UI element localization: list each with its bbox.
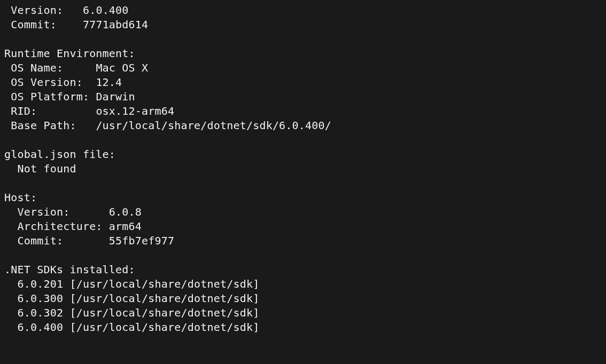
terminal-output: Version: 6.0.400 Commit: 7771abd614 Runt… <box>0 0 606 364</box>
global-json-status: Not found <box>4 162 76 175</box>
host-commit-label: Commit: <box>4 234 109 247</box>
os-name-line: OS Name: Mac OS X <box>4 61 148 74</box>
sdk-version-label: Version: <box>4 4 83 17</box>
runtime-env-header: Runtime Environment: <box>4 47 135 60</box>
os-version-label: OS Version: <box>4 76 96 89</box>
sdk-item: 6.0.302 [/usr/local/share/dotnet/sdk] <box>4 306 259 319</box>
host-header: Host: <box>4 191 37 204</box>
sdk-item: 6.0.400 [/usr/local/share/dotnet/sdk] <box>4 321 259 334</box>
base-path-line: Base Path: /usr/local/share/dotnet/sdk/6… <box>4 119 331 132</box>
os-name-label: OS Name: <box>4 61 96 74</box>
rid-line: RID: osx.12-arm64 <box>4 105 174 117</box>
sdk-version-value: 6.0.400 <box>83 4 129 17</box>
base-path-value: /usr/local/share/dotnet/sdk/6.0.400/ <box>96 119 331 132</box>
host-arch-label: Architecture: <box>4 220 109 233</box>
base-path-label: Base Path: <box>4 119 96 132</box>
host-commit-line: Commit: 55fb7ef977 <box>4 234 174 247</box>
sdks-header: .NET SDKs installed: <box>4 263 135 276</box>
sdk-commit-line: Commit: 7771abd614 <box>4 18 148 31</box>
host-version-label: Version: <box>4 205 109 218</box>
global-json-header: global.json file: <box>4 148 115 161</box>
rid-value: osx.12-arm64 <box>96 105 174 117</box>
os-platform-line: OS Platform: Darwin <box>4 90 135 103</box>
os-platform-value: Darwin <box>96 90 135 103</box>
os-version-value: 12.4 <box>96 76 122 89</box>
rid-label: RID: <box>4 105 96 117</box>
os-platform-label: OS Platform: <box>4 90 96 103</box>
host-version-line: Version: 6.0.8 <box>4 205 142 218</box>
os-name-value: Mac OS X <box>96 61 148 74</box>
host-version-value: 6.0.8 <box>109 205 142 218</box>
sdk-commit-value: 7771abd614 <box>83 18 148 31</box>
host-arch-value: arm64 <box>109 220 142 233</box>
sdk-commit-label: Commit: <box>4 18 83 31</box>
host-commit-value: 55fb7ef977 <box>109 234 174 247</box>
sdk-item: 6.0.201 [/usr/local/share/dotnet/sdk] <box>4 278 259 290</box>
sdk-version-line: Version: 6.0.400 <box>4 4 129 17</box>
os-version-line: OS Version: 12.4 <box>4 76 122 89</box>
sdk-item: 6.0.300 [/usr/local/share/dotnet/sdk] <box>4 292 259 305</box>
host-arch-line: Architecture: arm64 <box>4 220 142 233</box>
